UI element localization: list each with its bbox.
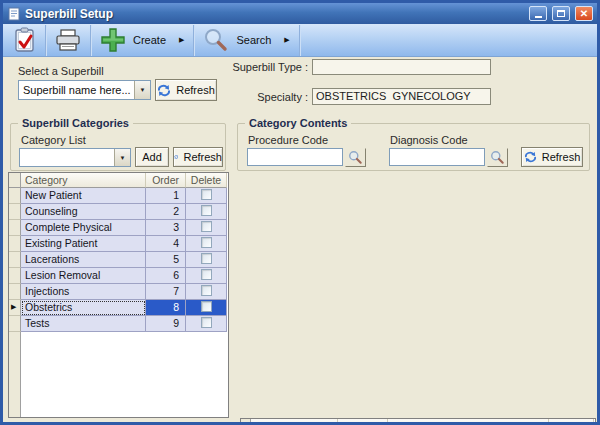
close-icon: ✕ (580, 9, 588, 19)
delete-checkbox[interactable] (201, 317, 212, 328)
category-row[interactable]: Complete Physical3 (9, 220, 228, 236)
chevron-down-icon: ▼ (140, 87, 146, 93)
category-cell[interactable]: Obstetrics (21, 300, 146, 316)
order-cell[interactable]: 4 (146, 236, 186, 252)
search-button[interactable]: Search ▶ (194, 25, 298, 56)
category-contents-title: Category Contents (245, 117, 351, 129)
minimize-button[interactable] (529, 6, 547, 21)
maximize-icon (557, 10, 565, 17)
chevron-down-icon: ▼ (120, 155, 126, 161)
add-label: Add (142, 151, 162, 163)
superbill-dropdown-value: Superbill name here... (19, 81, 134, 99)
column-header-type[interactable]: Type (251, 419, 338, 425)
close-button[interactable]: ✕ (575, 6, 593, 21)
category-row[interactable]: ▶Obstetrics8 (9, 300, 228, 316)
titlebar[interactable]: Superbill Setup ✕ (3, 3, 597, 24)
delete-cell (186, 316, 227, 332)
select-superbill-label: Select a Superbill (18, 65, 104, 77)
order-cell[interactable]: 7 (146, 284, 186, 300)
document-icon (7, 7, 21, 21)
delete-checkbox[interactable] (201, 205, 212, 216)
column-header-delete[interactable]: Delete (549, 419, 594, 425)
category-cell[interactable]: Counseling (21, 204, 146, 220)
delete-cell (186, 236, 227, 252)
delete-checkbox[interactable] (201, 253, 212, 264)
row-indicator-cell (9, 188, 21, 204)
minimize-icon (535, 16, 542, 18)
category-row[interactable]: Injections7 (9, 284, 228, 300)
order-cell[interactable]: 5 (146, 252, 186, 268)
procedure-code-search-button[interactable] (345, 148, 366, 167)
category-list-label: Category List (21, 134, 86, 146)
delete-checkbox[interactable] (201, 221, 212, 232)
category-list-dropdown[interactable]: ▼ (19, 148, 131, 167)
delete-checkbox[interactable] (201, 237, 212, 248)
order-cell[interactable]: 1 (146, 188, 186, 204)
search-menu-arrow-icon: ▶ (284, 36, 289, 44)
procedure-code-input[interactable] (247, 148, 343, 166)
row-indicator-cell (9, 236, 21, 252)
delete-cell (186, 268, 227, 284)
categories-refresh-button[interactable]: Refresh (173, 147, 223, 167)
category-cell[interactable]: Existing Patient (21, 236, 146, 252)
dropdown-arrow-button[interactable]: ▼ (134, 81, 150, 99)
maximize-button[interactable] (552, 6, 570, 21)
content-area: Select a Superbill Superbill name here..… (3, 57, 597, 422)
row-indicator-cell (9, 268, 21, 284)
superbill-type-label: Superbill Type : (208, 61, 308, 73)
delete-checkbox[interactable] (201, 269, 212, 280)
category-row[interactable]: New Patient1 (9, 188, 228, 204)
diagnosis-code-label: Diagnosis Code (390, 134, 468, 146)
refresh-icon (157, 84, 171, 97)
delete-checkbox[interactable] (201, 285, 212, 296)
add-button[interactable]: Add (135, 147, 169, 167)
diagnosis-code-search-button[interactable] (487, 148, 508, 167)
category-row[interactable]: Lacerations5 (9, 252, 228, 268)
category-row[interactable]: Counseling2 (9, 204, 228, 220)
create-button[interactable]: Create ▶ (91, 25, 193, 56)
category-cell[interactable]: New Patient (21, 188, 146, 204)
row-indicator-cell (9, 220, 21, 236)
refresh-label: Refresh (542, 151, 581, 163)
clipboard-check-icon (14, 27, 36, 53)
order-cell[interactable]: 9 (146, 316, 186, 332)
verify-button[interactable] (5, 25, 45, 56)
category-cell[interactable]: Complete Physical (21, 220, 146, 236)
delete-cell (186, 300, 227, 316)
category-contents-group: Category Contents Procedure Code Diagnos… (237, 123, 590, 171)
order-cell[interactable]: 2 (146, 204, 186, 220)
order-cell[interactable]: 8 (146, 300, 186, 316)
contents-refresh-button[interactable]: Refresh (521, 147, 583, 167)
plus-icon (100, 27, 126, 53)
delete-checkbox[interactable] (201, 301, 212, 312)
dropdown-arrow-button[interactable]: ▼ (114, 149, 130, 166)
category-row[interactable]: Lesion Removal6 (9, 268, 228, 284)
superbill-setup-window: Superbill Setup ✕ (0, 0, 600, 425)
specialty-field: OBSTETRICS GYNECOLOGY (312, 88, 491, 105)
delete-checkbox[interactable] (201, 189, 212, 200)
superbill-categories-title: Superbill Categories (18, 117, 133, 129)
category-cell[interactable]: Lacerations (21, 252, 146, 268)
category-row[interactable]: Existing Patient4 (9, 236, 228, 252)
order-cell[interactable]: 6 (146, 268, 186, 284)
category-row[interactable]: Tests9 (9, 316, 228, 332)
print-button[interactable] (46, 25, 90, 56)
column-header-order[interactable]: Order (146, 173, 186, 188)
column-header-delete[interactable]: Delete (186, 173, 227, 188)
superbill-dropdown[interactable]: Superbill name here... ▼ (18, 80, 151, 100)
categories-table-header: CategoryOrderDelete (9, 173, 228, 188)
column-header-code[interactable]: Code (338, 419, 388, 425)
delete-cell (186, 284, 227, 300)
row-indicator-cell (9, 204, 21, 220)
row-indicator-icon: ▶ (9, 300, 21, 316)
refresh-icon (174, 151, 178, 163)
delete-cell (186, 220, 227, 236)
column-header-category[interactable]: Category (21, 173, 146, 188)
toolbar: Create ▶ Search ▶ (3, 24, 597, 57)
diagnosis-code-input[interactable] (389, 148, 485, 166)
category-cell[interactable]: Injections (21, 284, 146, 300)
category-cell[interactable]: Tests (21, 316, 146, 332)
order-cell[interactable]: 3 (146, 220, 186, 236)
column-header-description[interactable]: Description (388, 419, 549, 425)
category-cell[interactable]: Lesion Removal (21, 268, 146, 284)
